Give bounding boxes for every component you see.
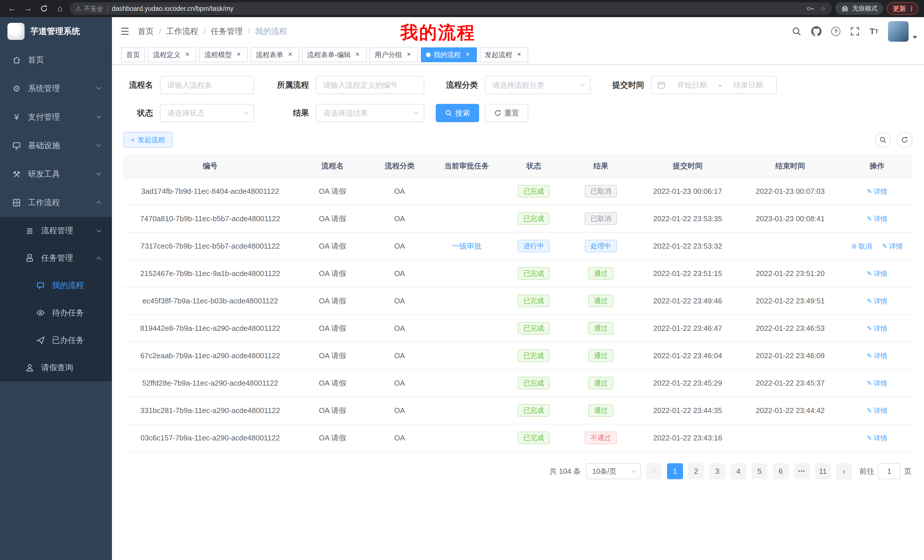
search-icon[interactable]	[792, 27, 801, 36]
page-content: 流程名 所属流程 流程分类 请选择流程分类 提交时间	[112, 64, 924, 560]
key-icon[interactable]	[806, 4, 814, 13]
menu-fold-icon[interactable]: ☰	[112, 26, 138, 37]
sidebar-item-system[interactable]: ⚙ 系统管理	[0, 74, 112, 103]
close-icon[interactable]: ×	[464, 51, 472, 59]
submit-time-range-picker[interactable]: 开始日期 - 结束日期	[651, 76, 777, 94]
close-icon[interactable]: ×	[183, 51, 191, 59]
tab-start-process[interactable]: 发起流程 ×	[480, 47, 528, 62]
breadcrumb-home[interactable]: 首页	[138, 26, 154, 37]
detail-link[interactable]: ✎详情	[867, 351, 887, 361]
sidebar-item-leave-query[interactable]: 请假查询	[0, 354, 112, 381]
sidebar-item-home[interactable]: 首页	[0, 46, 112, 74]
search-icon	[879, 136, 886, 144]
page-button-3[interactable]: 3	[709, 463, 725, 479]
cell-id: 2152467e-7b9b-11ec-9a1b-acde48001122	[123, 260, 297, 287]
cell-actions: ✎详情	[842, 260, 913, 287]
detail-link[interactable]: ✎详情	[867, 296, 887, 306]
sidebar-item-infrastructure[interactable]: 基础设施	[0, 131, 112, 160]
close-icon[interactable]: ×	[354, 51, 362, 59]
status-select[interactable]: 请选择状态	[160, 104, 254, 122]
result-badge: 通过	[588, 349, 614, 362]
kebab-menu-icon[interactable]: ⋮	[908, 5, 915, 13]
security-warning[interactable]: ⚠ 不安全	[75, 4, 104, 13]
cancel-link[interactable]: ⊘取消	[852, 242, 872, 251]
sidebar-item-devtools[interactable]: ⚒ 研发工具	[0, 160, 112, 189]
forward-icon[interactable]: →	[22, 2, 34, 15]
page-button-2[interactable]: 2	[688, 463, 704, 479]
page-button-5[interactable]: 5	[752, 463, 768, 479]
sidebar-item-process-management[interactable]: ≣ 流程管理	[0, 217, 112, 244]
end-date-placeholder[interactable]: 结束日期	[726, 80, 770, 90]
tab-process-definition[interactable]: 流程定义 ×	[148, 47, 196, 62]
toggle-search-button[interactable]	[875, 132, 891, 148]
process-name-input[interactable]	[160, 76, 254, 94]
browser-update-button[interactable]: 更新 ⋮	[886, 2, 918, 15]
sidebar-item-workflow[interactable]: 工作流程	[0, 189, 112, 217]
more-pages-button[interactable]: •••	[794, 463, 810, 479]
refresh-table-button[interactable]	[897, 132, 913, 148]
tab-process-model[interactable]: 流程模型 ×	[199, 47, 248, 62]
bookmark-star-icon[interactable]: ☆	[820, 5, 826, 13]
avatar-caret-icon[interactable]	[913, 36, 917, 39]
page-button-4[interactable]: 4	[730, 463, 746, 479]
sidebar-item-task-management[interactable]: 任务管理	[0, 244, 112, 272]
col-result: 结果	[566, 155, 636, 178]
detail-link[interactable]: ✎详情	[867, 269, 887, 278]
detail-link[interactable]: ✎详情	[867, 379, 887, 388]
page-button-6[interactable]: 6	[772, 463, 789, 479]
breadcrumb-workflow[interactable]: 工作流程	[166, 26, 198, 37]
help-icon[interactable]: ?	[831, 27, 840, 36]
prev-page-button[interactable]: ‹	[646, 463, 662, 479]
tab-process-form-edit[interactable]: 流程表单-编辑 ×	[302, 47, 367, 62]
goto-page-input[interactable]	[878, 463, 901, 479]
font-size-icon[interactable]: TT	[870, 27, 878, 36]
tab-home[interactable]: 首页	[121, 47, 145, 62]
detail-link[interactable]: ✎详情	[867, 406, 887, 415]
start-process-button[interactable]: + 发起流程	[123, 132, 172, 148]
edit-icon: ✎	[867, 352, 872, 359]
page-button-11[interactable]: 11	[815, 463, 831, 479]
current-task-link[interactable]: 一级审批	[452, 242, 482, 250]
user-avatar[interactable]	[888, 21, 909, 42]
home-icon[interactable]: ⌂	[54, 2, 66, 15]
detail-link[interactable]: ✎详情	[867, 214, 887, 223]
close-icon[interactable]: ×	[515, 51, 523, 59]
tab-my-process[interactable]: 我的流程 ×	[421, 47, 477, 62]
page-button-1[interactable]: 1	[667, 463, 683, 479]
start-date-placeholder[interactable]: 开始日期	[670, 80, 714, 90]
detail-link[interactable]: ✎详情	[867, 187, 887, 196]
tab-user-group[interactable]: 用户分组 ×	[369, 47, 418, 62]
cell-result: 不通过	[566, 424, 636, 452]
parent-process-input[interactable]	[316, 76, 424, 94]
next-page-button[interactable]: ›	[836, 463, 852, 479]
detail-link[interactable]: ✎详情	[867, 434, 887, 443]
breadcrumb-task-management[interactable]: 任务管理	[211, 26, 243, 37]
cell-result: 通过	[566, 369, 636, 397]
cell-end-time: 2022-01-22 23:49:51	[739, 287, 842, 314]
close-icon[interactable]: ×	[405, 51, 413, 59]
cell-name: OA 请假	[297, 260, 368, 287]
github-icon[interactable]	[811, 26, 822, 36]
detail-link[interactable]: ✎详情	[867, 324, 887, 333]
col-current-task: 当前审批任务	[431, 155, 502, 178]
submit-time-label: 提交时间	[602, 79, 651, 90]
sidebar-item-my-process[interactable]: 我的流程	[0, 272, 112, 299]
fullscreen-icon[interactable]	[850, 27, 860, 36]
sidebar-item-payment[interactable]: ¥ 支付管理	[0, 103, 112, 131]
search-button[interactable]: 搜索	[436, 104, 479, 122]
tab-process-form[interactable]: 流程表单 ×	[251, 47, 299, 62]
page-size-select[interactable]: 10条/页	[586, 463, 641, 479]
reload-icon[interactable]	[38, 2, 50, 15]
back-icon[interactable]: ←	[6, 2, 18, 15]
reset-button[interactable]: 重置	[485, 104, 528, 122]
close-icon[interactable]: ×	[286, 51, 294, 59]
detail-link[interactable]: ✎详情	[882, 242, 903, 251]
close-icon[interactable]: ×	[235, 51, 243, 59]
address-bar[interactable]: ⚠ 不安全 | dashboard.yudao.iocoder.cn/bpm/t…	[70, 2, 832, 15]
sidebar-item-done-tasks[interactable]: 已办任务	[0, 326, 112, 354]
cell-id: 3ad174fb-7b9d-11ec-8404-acde48001122	[123, 178, 297, 205]
result-select[interactable]: 请选择流结果	[316, 104, 424, 122]
sidebar-item-pending-tasks[interactable]: 待办任务	[0, 299, 112, 326]
table-row: 3ad174fb-7b9d-11ec-8404-acde48001122 OA …	[123, 178, 913, 205]
category-select[interactable]: 请选择流程分类	[485, 76, 591, 94]
